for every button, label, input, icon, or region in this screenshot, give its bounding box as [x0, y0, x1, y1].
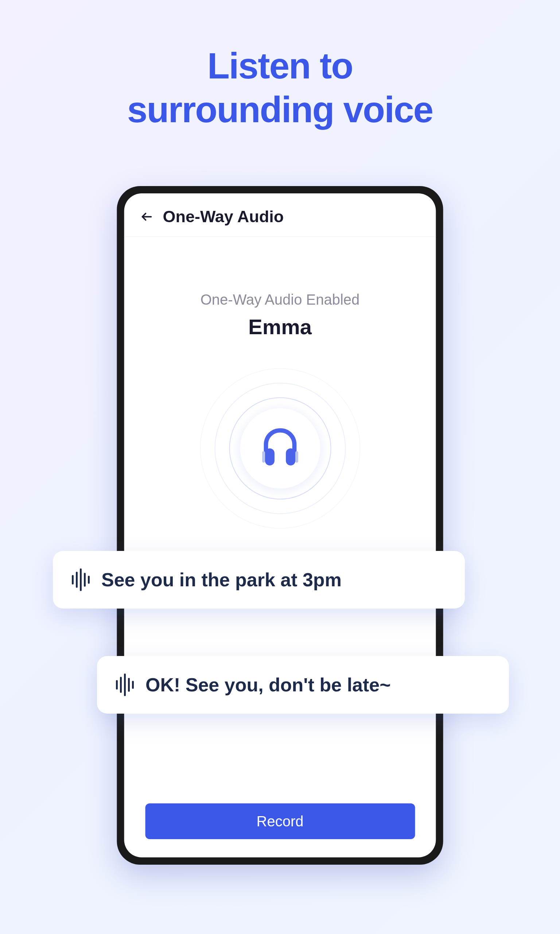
message-card: OK! See you, don't be late~	[97, 656, 509, 714]
phone-screen: One-Way Audio One-Way Audio Enabled Emma	[124, 193, 436, 857]
hero-title-line1: Listen to	[208, 45, 353, 86]
record-button-label: Record	[257, 813, 304, 830]
arrow-left-icon	[140, 210, 154, 223]
back-button[interactable]	[139, 209, 155, 225]
headphone-button[interactable]	[240, 408, 320, 489]
hero-title: Listen to surrounding voice	[0, 44, 560, 131]
message-card: See you in the park at 3pm	[53, 551, 465, 609]
content-area: One-Way Audio Enabled Emma	[124, 237, 436, 857]
audio-pulse	[192, 361, 368, 536]
user-name: Emma	[248, 314, 312, 339]
hero-title-line2: surrounding voice	[127, 89, 433, 130]
headphones-icon	[256, 425, 304, 472]
phone-frame: One-Way Audio One-Way Audio Enabled Emma	[117, 186, 443, 865]
page-title: One-Way Audio	[163, 207, 284, 226]
message-text: See you in the park at 3pm	[102, 569, 342, 591]
svg-rect-2	[286, 449, 295, 465]
app-header: One-Way Audio	[124, 193, 436, 237]
record-button[interactable]: Record	[145, 803, 415, 839]
audio-wave-icon	[116, 674, 134, 696]
status-text: One-Way Audio Enabled	[200, 291, 360, 308]
svg-rect-3	[262, 451, 265, 462]
svg-rect-4	[295, 451, 298, 462]
message-text: OK! See you, don't be late~	[145, 674, 391, 696]
svg-rect-1	[265, 449, 274, 465]
audio-wave-icon	[72, 569, 90, 591]
